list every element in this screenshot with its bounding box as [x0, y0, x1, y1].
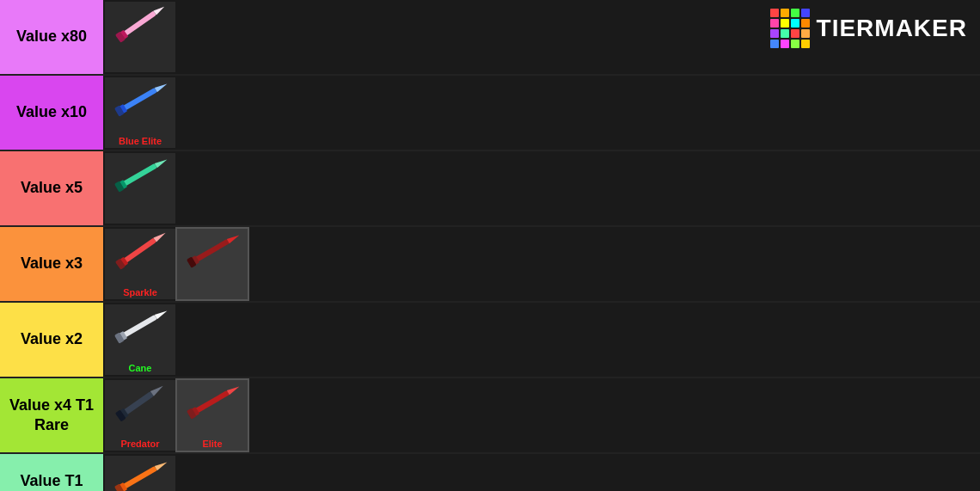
- main-container: TiERMAKER Value x80 Value x10 Blue Elite…: [0, 0, 980, 491]
- tier-label-t1: Value T1 Common: [0, 454, 103, 491]
- logo-cell: [770, 40, 779, 48]
- item-cell-predator[interactable]: Predator: [105, 380, 175, 451]
- tiermaker-logo: TiERMAKER: [770, 9, 967, 48]
- item-icon-orange: [110, 456, 170, 491]
- tier-label-x10: Value x10: [0, 76, 103, 150]
- item-icon-predator: [110, 380, 170, 427]
- item-icon-knife5: [182, 229, 242, 276]
- tier-row-x2: Value x2 Cane: [0, 303, 980, 378]
- item-label-blue-elite: Blue Elite: [105, 136, 175, 146]
- logo-cell: [770, 29, 779, 38]
- item-label-elite: Elite: [177, 439, 248, 449]
- tier-items-x3: Sparkle: [103, 227, 980, 301]
- tier-row-x5: Value x5: [0, 151, 980, 227]
- tier-row-x4t1: Value x4 T1 Rare Predator Elite: [0, 378, 980, 454]
- logo-cell: [781, 29, 789, 38]
- item-cell-knife1[interactable]: [105, 2, 175, 72]
- logo-cell: [801, 29, 810, 38]
- svg-marker-5: [155, 82, 168, 93]
- item-cell-sparkle[interactable]: Sparkle: [105, 229, 175, 299]
- item-icon-cane: [110, 304, 170, 352]
- item-icon-elite: [182, 380, 242, 427]
- item-icon-knife3: [110, 153, 170, 200]
- svg-marker-17: [227, 233, 241, 244]
- item-cell-cane[interactable]: Cane: [105, 304, 175, 375]
- logo-cell: [801, 40, 810, 48]
- tier-label-x80: Value x80: [0, 0, 103, 74]
- tier-label-x5: Value x5: [0, 151, 103, 225]
- item-label-sparkle: Sparkle: [105, 287, 175, 298]
- tier-row-x3: Value x3 Sparkle: [0, 227, 980, 303]
- tier-label-x2: Value x2: [0, 303, 103, 377]
- item-icon-blue-elite: [110, 77, 170, 125]
- logo-grid: [770, 9, 810, 48]
- item-cell-blue-elite[interactable]: Blue Elite: [105, 77, 175, 148]
- tier-items-x10: Blue Elite: [103, 76, 980, 150]
- logo-cell: [801, 9, 810, 17]
- logo-cell: [791, 19, 799, 28]
- tier-row-x10: Value x10 Blue Elite: [0, 76, 980, 151]
- logo-cell: [781, 9, 789, 17]
- tier-items-x5: [103, 151, 980, 225]
- tier-label-x4t1: Value x4 T1 Rare: [0, 378, 103, 452]
- item-icon-sparkle: [110, 229, 170, 276]
- tier-items-x4t1: Predator Elite: [103, 378, 980, 452]
- logo-cell: [791, 40, 799, 48]
- item-icon-knife1: [110, 2, 170, 49]
- tier-items-t1: Orange: [103, 454, 980, 491]
- logo-cell: [781, 40, 789, 48]
- logo-cell: [791, 9, 799, 17]
- tier-label-x3: Value x3: [0, 227, 103, 301]
- svg-marker-13: [153, 231, 167, 242]
- item-cell-elite[interactable]: Elite: [177, 380, 248, 451]
- logo-cell: [770, 19, 779, 28]
- svg-marker-9: [155, 157, 168, 169]
- tier-row-t1: Value T1 Common Orange: [0, 454, 980, 491]
- svg-marker-25: [150, 384, 165, 396]
- svg-marker-33: [155, 460, 168, 471]
- item-label-cane: Cane: [105, 363, 175, 373]
- svg-marker-21: [155, 309, 168, 320]
- logo-text: TiERMAKER: [817, 15, 967, 42]
- item-label-predator: Predator: [105, 439, 175, 449]
- logo-cell: [781, 19, 789, 28]
- tier-items-x2: Cane: [103, 303, 980, 377]
- logo-cell: [770, 9, 779, 17]
- svg-marker-29: [227, 384, 241, 396]
- item-cell-knife3[interactable]: [105, 153, 175, 224]
- item-cell-orange[interactable]: Orange: [105, 456, 175, 491]
- logo-cell: [791, 29, 799, 38]
- item-cell-knife5[interactable]: [177, 229, 248, 299]
- logo-cell: [801, 19, 810, 28]
